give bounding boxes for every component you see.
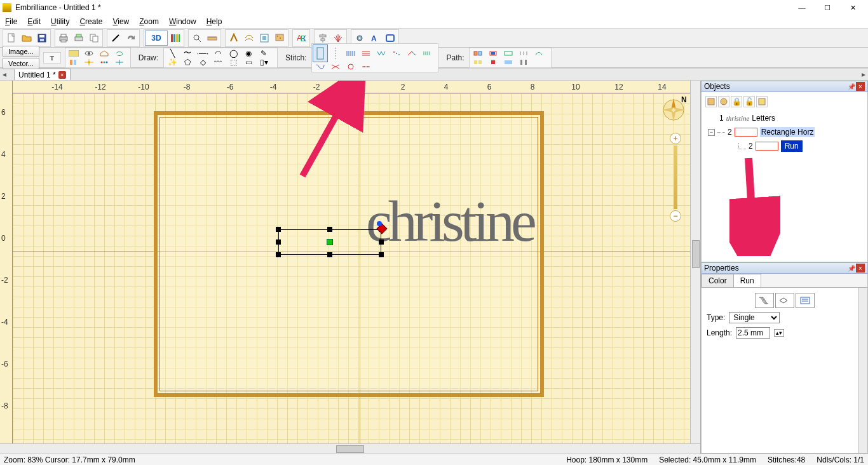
arrows-icon[interactable] — [112, 58, 127, 67]
path-c-icon[interactable] — [501, 49, 516, 58]
draw-point-icon[interactable]: ·—· — [195, 49, 210, 58]
redo-button[interactable] — [123, 30, 139, 46]
home-icon[interactable] — [97, 49, 112, 58]
draw-fit-icon[interactable]: ⬚ — [226, 58, 241, 67]
collapse-icon[interactable]: − — [708, 129, 715, 136]
draw-poly1-icon[interactable]: ⬠ — [180, 58, 195, 67]
stitch-i-icon[interactable] — [343, 62, 358, 71]
tab-color[interactable]: Color — [702, 274, 734, 287]
grid2-icon[interactable] — [66, 58, 81, 67]
compass-icon[interactable]: N — [660, 96, 688, 124]
tree-row-run[interactable]: 2 Run — [708, 139, 865, 153]
stitch-e-icon[interactable] — [404, 49, 419, 58]
dots-icon[interactable] — [97, 58, 112, 67]
eye-icon[interactable] — [81, 49, 97, 58]
text-tool-icon[interactable]: T — [44, 53, 60, 62]
refresh-icon[interactable] — [112, 49, 127, 58]
pin-icon[interactable]: 📌 — [847, 82, 856, 91]
tab-scroll-left[interactable]: ◂ — [0, 70, 9, 79]
stepper-icon[interactable]: ▴▾ — [774, 329, 784, 337]
style-btn-3[interactable] — [796, 293, 815, 308]
obj-btn-1[interactable] — [705, 96, 717, 107]
draw-free-icon[interactable]: ✎ — [256, 49, 271, 58]
objects-tree[interactable]: 1 thristine Letters − 2 Rectangle Horz 2… — [704, 109, 865, 158]
ruler-icon[interactable] — [205, 30, 220, 46]
path-a-icon[interactable] — [470, 49, 485, 58]
scrollbar-vertical[interactable] — [690, 81, 700, 443]
stitch-b-icon[interactable] — [358, 49, 374, 58]
style-btn-1[interactable] — [755, 293, 774, 308]
menu-file[interactable]: File — [0, 16, 22, 27]
scrollbar-horizontal[interactable] — [0, 443, 700, 454]
path-g-icon[interactable] — [485, 58, 501, 67]
draw-rect2-icon[interactable]: ▯▾ — [256, 58, 271, 67]
stitch-c-icon[interactable] — [374, 49, 389, 58]
tool-b-icon[interactable] — [241, 30, 257, 46]
draw-spiral-icon[interactable]: ◉ — [241, 49, 256, 58]
style-btn-2[interactable] — [775, 293, 794, 308]
3d-toggle[interactable]: 3D — [145, 30, 168, 46]
tab-untitled[interactable]: Untitled 1 * × — [14, 69, 71, 80]
copy-button[interactable] — [86, 30, 102, 46]
stitch-run-icon[interactable] — [313, 44, 328, 62]
close-button[interactable]: ✕ — [840, 0, 865, 15]
vector-button[interactable]: Vector... — [3, 58, 39, 69]
canvas-area[interactable]: cm -14-12 -10-8 -6-4 -20 24 68 1012 14 -… — [0, 81, 700, 454]
design-grid[interactable]: christine — [13, 93, 690, 443]
stitch-f-icon[interactable] — [419, 49, 435, 58]
draw-wave-icon[interactable]: 〰 — [210, 58, 226, 67]
obj-btn-2[interactable] — [718, 96, 729, 107]
lock-icon[interactable]: 🔒 — [731, 96, 742, 107]
new-button[interactable] — [4, 30, 19, 46]
tree-row-rect[interactable]: − 2 Rectangle Horz — [708, 125, 865, 139]
tab-scroll-right[interactable]: ▸ — [859, 70, 868, 79]
letters-icon[interactable]: ABC — [294, 30, 309, 46]
path-b-icon[interactable] — [485, 49, 501, 58]
draw-arc-icon[interactable]: ◠ — [210, 49, 226, 58]
obj-btn-5[interactable] — [756, 96, 768, 107]
tool-c-icon[interactable] — [257, 30, 272, 46]
stitch-d-icon[interactable] — [389, 49, 404, 58]
entry-point-icon[interactable] — [377, 221, 382, 226]
objects-panel-header[interactable]: Objects 📌 × — [701, 81, 868, 92]
panel-close-icon[interactable]: × — [856, 82, 865, 91]
properties-panel-header[interactable]: Properties 📌 × — [701, 262, 868, 274]
stitch-j-icon[interactable] — [358, 62, 374, 71]
print2-button[interactable] — [71, 30, 86, 46]
stitch-g-icon[interactable] — [313, 62, 328, 71]
properties-scrollbar[interactable] — [858, 288, 867, 453]
open-button[interactable] — [19, 30, 34, 46]
draw-poly2-icon[interactable]: ◇ — [195, 58, 210, 67]
minimize-button[interactable]: — — [789, 0, 815, 15]
menu-view[interactable]: View — [107, 16, 134, 27]
path-e-icon[interactable] — [531, 49, 546, 58]
menu-create[interactable]: Create — [74, 16, 107, 27]
menu-help[interactable]: Help — [201, 16, 227, 27]
menu-edit[interactable]: Edit — [22, 16, 46, 27]
design-text[interactable]: christine — [366, 187, 533, 255]
path-h-icon[interactable] — [501, 58, 516, 67]
draw-curve-icon[interactable]: 〜 — [180, 49, 195, 58]
print-button[interactable] — [56, 30, 71, 46]
needle-icon[interactable] — [108, 30, 123, 46]
tool-d-icon[interactable] — [272, 30, 287, 46]
draw-line-icon[interactable]: ╲ — [165, 49, 180, 58]
center-handle[interactable] — [327, 239, 333, 245]
menu-zoom[interactable]: Zoom — [134, 16, 164, 27]
zoom-icon[interactable] — [189, 30, 205, 46]
tree-row-letters[interactable]: 1 thristine Letters — [708, 111, 865, 125]
path-d-icon[interactable] — [516, 49, 531, 58]
length-input[interactable] — [736, 327, 770, 339]
stitch-line-icon[interactable] — [328, 44, 343, 62]
draw-ellipse-icon[interactable]: ◯ — [226, 49, 241, 58]
type-select[interactable]: Single — [729, 312, 780, 323]
tab-run[interactable]: Run — [733, 274, 761, 287]
image-button[interactable]: Image... — [3, 46, 39, 57]
tab-close-icon[interactable]: × — [58, 71, 66, 79]
stitch-h-icon[interactable] — [328, 62, 343, 71]
draw-magic-icon[interactable]: ✨ — [165, 58, 180, 67]
stitch-a-icon[interactable] — [343, 49, 358, 58]
grid1-icon[interactable] — [66, 49, 81, 58]
tool-a-icon[interactable] — [226, 30, 241, 46]
maximize-button[interactable]: ☐ — [815, 0, 840, 15]
